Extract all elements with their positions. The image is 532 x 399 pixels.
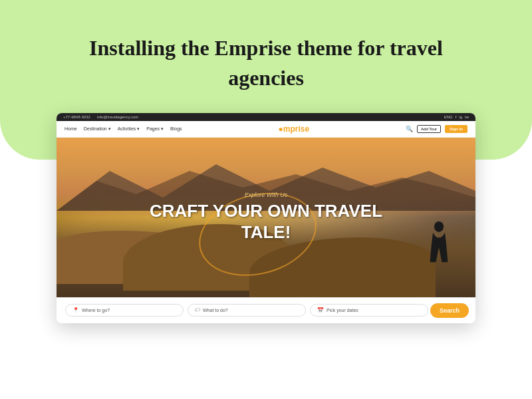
social-ig-icon: ig <box>459 115 462 119</box>
hero-main-title: CRAFT YOUR OWN TRAVEL TALE! <box>150 201 382 242</box>
site-navbar: Home Destination ▾ Activities ▾ Pages ▾ … <box>57 121 475 138</box>
activity-icon: 🏷 <box>195 307 200 313</box>
pick-dates-field[interactable]: 📅 Pick your dates <box>310 304 428 317</box>
contact-info: +77-9848-3032 info@travelagency.com <box>63 115 138 119</box>
hero-title-line1: CRAFT YOUR OWN TRAVEL <box>150 201 382 221</box>
social-tw-icon: tw <box>465 115 469 119</box>
explore-label: Explore With Us <box>150 192 382 198</box>
logo-icon: ● <box>279 124 283 134</box>
nav-actions: 🔍 Add Tour Sign In <box>406 125 467 133</box>
location-icon: 📍 <box>72 307 79 313</box>
hero-title-line2: TALE! <box>241 222 291 242</box>
where-to-go-field[interactable]: 📍 Where to go? <box>65 304 184 317</box>
hero-text-area: Explore With Us CRAFT YOUR OWN TRAVEL TA… <box>150 192 382 242</box>
nav-pages[interactable]: Pages ▾ <box>146 126 164 132</box>
nav-blogs[interactable]: Blogs <box>170 126 182 131</box>
site-topbar: +77-9848-3032 info@travelagency.com ENG … <box>57 113 475 121</box>
nav-activities[interactable]: Activities ▾ <box>118 126 140 132</box>
language-selector[interactable]: ENG <box>444 115 453 119</box>
nav-destination[interactable]: Destination ▾ <box>84 126 111 132</box>
email-address: info@travelagency.com <box>97 115 138 119</box>
calendar-icon: 📅 <box>317 307 324 313</box>
search-bar: 📍 Where to go? 🏷 What to do? 📅 Pick your… <box>57 297 475 323</box>
browser-mockup: +77-9848-3032 info@travelagency.com ENG … <box>57 113 475 323</box>
signin-button[interactable]: Sign In <box>445 125 467 133</box>
what-to-do-field[interactable]: 🏷 What to do? <box>188 304 306 317</box>
logo-text: mprise <box>283 124 309 134</box>
nav-home[interactable]: Home <box>65 126 77 131</box>
page-title: Installing the Emprise theme for travel … <box>80 33 452 93</box>
phone-number: +77-9848-3032 <box>63 115 90 119</box>
svg-point-2 <box>434 221 444 231</box>
what-to-do-label: What to do? <box>203 308 228 313</box>
person-silhouette <box>422 221 456 274</box>
lang-social: ENG f ig tw <box>444 115 469 119</box>
nav-search-icon[interactable]: 🔍 <box>406 126 413 132</box>
title-area: Installing the Emprise theme for travel … <box>0 0 532 113</box>
where-to-go-label: Where to go? <box>82 308 110 313</box>
site-logo: ●mprise <box>279 124 310 134</box>
hero-section: Explore With Us CRAFT YOUR OWN TRAVEL TA… <box>57 138 475 297</box>
search-button[interactable]: Search <box>430 303 469 318</box>
add-tour-button[interactable]: Add Tour <box>417 125 441 133</box>
nav-links: Home Destination ▾ Activities ▾ Pages ▾ … <box>65 126 182 132</box>
social-fb-icon: f <box>456 115 457 119</box>
pick-dates-label: Pick your dates <box>327 308 358 313</box>
